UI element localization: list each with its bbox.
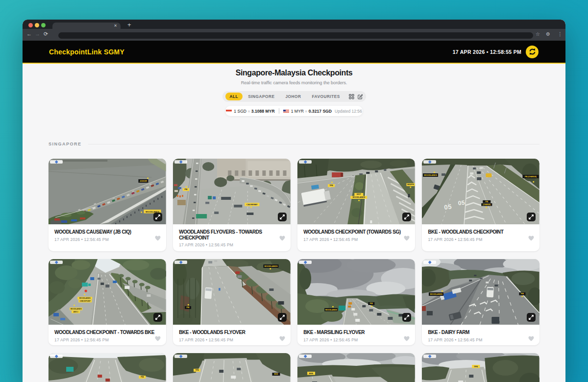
svg-text:PIE: PIE bbox=[486, 201, 489, 203]
svg-text:WOODLANDS: WOODLANDS bbox=[353, 196, 366, 198]
svg-text:PIE: PIE bbox=[185, 189, 188, 191]
svg-text:PIE: PIE bbox=[141, 376, 144, 378]
svg-text:BKE: BKE bbox=[309, 372, 314, 375]
svg-text:WOODLANDS: WOODLANDS bbox=[430, 293, 443, 295]
svg-text:EXIT: EXIT bbox=[357, 193, 361, 195]
svg-text:WOODLANDS: WOODLANDS bbox=[424, 174, 438, 176]
svg-text:PIE: PIE bbox=[370, 303, 373, 305]
svg-text:JOHOR: JOHOR bbox=[140, 180, 147, 182]
svg-text:05: 05 bbox=[444, 203, 452, 211]
svg-text:TPE: TPE bbox=[474, 365, 478, 368]
svg-text:PB (CHANGE): PB (CHANGE) bbox=[525, 176, 537, 178]
svg-text:05: 05 bbox=[458, 199, 466, 207]
svg-text:TPE: TPE bbox=[330, 185, 334, 187]
svg-text:WOODLANDS: WOODLANDS bbox=[71, 308, 82, 310]
svg-text:CHECKPOINT: CHECKPOINT bbox=[79, 300, 91, 302]
svg-text:AVE 3: AVE 3 bbox=[74, 311, 78, 313]
svg-text:WOODLANDS: WOODLANDS bbox=[79, 297, 91, 299]
svg-text:PIE: PIE bbox=[521, 293, 524, 295]
svg-text:WOODLANDS: WOODLANDS bbox=[265, 265, 278, 267]
svg-text:BKE: BKE bbox=[274, 373, 278, 375]
svg-text:(CHANGE): (CHANGE) bbox=[483, 204, 491, 206]
svg-text:PIE: PIE bbox=[187, 307, 190, 309]
svg-text:BKE/PIE: BKE/PIE bbox=[408, 184, 415, 186]
svg-text:WOODLANDS: WOODLANDS bbox=[325, 309, 338, 311]
svg-text:TPE: TPE bbox=[196, 369, 199, 371]
